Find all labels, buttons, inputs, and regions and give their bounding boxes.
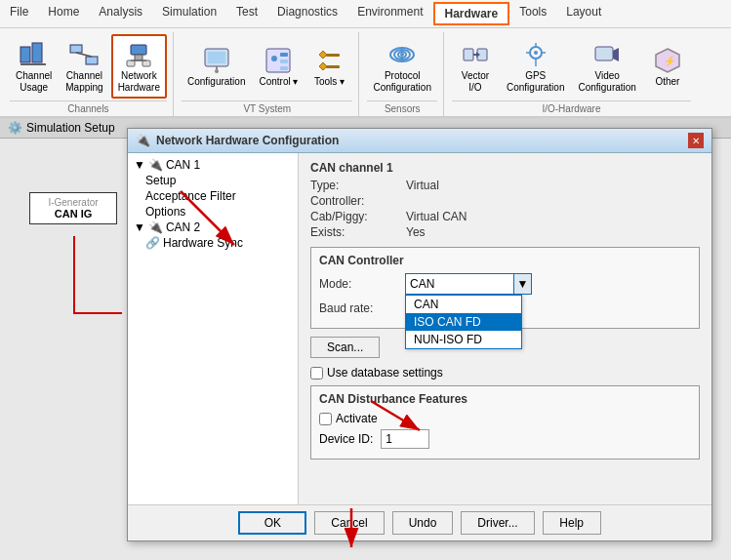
svg-rect-8 [127, 60, 135, 66]
menu-file[interactable]: File [0, 2, 38, 25]
channel-usage-button[interactable]: ChannelUsage [10, 35, 58, 98]
option-iso-can-fd[interactable]: ISO CAN FD [406, 313, 521, 331]
option-nun-iso-fd[interactable]: NUN-ISO FD [406, 331, 521, 348]
svg-rect-6 [131, 45, 146, 55]
menu-layout[interactable]: Layout [556, 2, 611, 25]
controller-value [406, 194, 700, 208]
menu-hardware[interactable]: Hardware [433, 2, 510, 25]
svg-rect-37 [595, 47, 613, 60]
menu-tools[interactable]: Tools [509, 2, 556, 25]
tree-item-can2[interactable]: ▼🔌CAN 2 [132, 220, 294, 235]
undo-button[interactable]: Undo [392, 511, 454, 535]
tree-item-acceptance[interactable]: Acceptance Filter [143, 188, 294, 204]
svg-marker-38 [613, 48, 619, 61]
svg-rect-20 [280, 66, 288, 70]
exists-label: Exists: [310, 225, 398, 239]
svg-rect-9 [142, 60, 150, 66]
ribbon: ChannelUsage ChannelMapping [0, 28, 731, 118]
controller-label: Controller: [310, 194, 398, 208]
option-can[interactable]: CAN [406, 296, 521, 313]
ok-button[interactable]: OK [238, 511, 306, 535]
ribbon-group-vtsystem: Configuration Control ▾ Tools ▾ VT Syste… [176, 32, 360, 116]
gps-config-icon [520, 39, 551, 70]
mode-dropdown-arrow[interactable]: ▼ [513, 274, 531, 294]
dialog-body: ▼🔌CAN 1 Setup Acceptance Filter Options … [128, 153, 711, 504]
use-db-checkbox[interactable] [310, 367, 323, 380]
channel-mapping-label: ChannelMapping [65, 70, 102, 94]
vector-io-label: VectorI/O [462, 70, 489, 94]
protocol-config-icon [386, 39, 418, 70]
ribbon-group-channels: ChannelUsage ChannelMapping [4, 32, 174, 116]
tree-panel: ▼🔌CAN 1 Setup Acceptance Filter Options … [128, 153, 299, 504]
menu-analysis[interactable]: Analysis [89, 2, 152, 25]
network-hardware-icon [123, 39, 154, 70]
network-hardware-dialog[interactable]: 🔌 Network Hardware Configuration ✕ ▼🔌CAN… [127, 128, 712, 541]
tree-item-hardware-sync[interactable]: 🔗Hardware Sync [143, 235, 294, 251]
protocol-config-button[interactable]: ProtocolConfiguration [367, 35, 436, 98]
scan-button[interactable]: Scan... [310, 337, 380, 358]
mode-dropdown-menu: CAN ISO CAN FD NUN-ISO FD [405, 295, 522, 349]
other-label: Other [655, 76, 679, 88]
gps-config-label: GPSConfiguration [507, 70, 564, 94]
network-hardware-button[interactable]: NetworkHardware [111, 34, 167, 99]
activate-label: Activate [336, 412, 378, 425]
menu-test[interactable]: Test [226, 2, 267, 25]
mode-row: Mode: CAN ▼ CAN ISO CAN FD [319, 273, 691, 295]
svg-point-17 [271, 56, 277, 61]
menu-environment[interactable]: Environment [347, 2, 432, 25]
control-button[interactable]: Control ▾ [253, 41, 304, 92]
help-button[interactable]: Help [543, 511, 601, 535]
configuration-label: Configuration [187, 76, 245, 88]
tools-vt-icon [313, 45, 345, 76]
gps-config-button[interactable]: GPSConfiguration [501, 35, 570, 98]
tools-vt-label: Tools ▾ [314, 76, 345, 88]
tree-item-setup[interactable]: Setup [143, 173, 294, 188]
dialog-footer: OK Cancel Undo Driver... Help [128, 504, 711, 540]
svg-rect-13 [208, 52, 225, 63]
cancel-button[interactable]: Cancel [314, 511, 384, 535]
menu-diagnostics[interactable]: Diagnostics [267, 2, 347, 25]
io-hardware-buttons: VectorI/O GPSConfiguration VideoConfigur… [452, 34, 691, 99]
svg-rect-27 [464, 49, 473, 60]
dialog-title-icon: 🔌 [136, 134, 150, 147]
device-id-label: Device ID: [319, 432, 373, 446]
device-id-input[interactable] [381, 429, 429, 449]
channel-info-title: CAN channel 1 [310, 161, 700, 175]
svg-rect-18 [280, 53, 288, 57]
driver-button[interactable]: Driver... [461, 511, 534, 535]
menu-simulation[interactable]: Simulation [152, 2, 226, 25]
activate-checkbox[interactable] [319, 413, 332, 425]
dialog-titlebar: 🔌 Network Hardware Configuration ✕ [128, 129, 711, 153]
video-config-button[interactable]: VideoConfiguration [572, 35, 641, 98]
sensors-group-label: Sensors [367, 100, 436, 114]
tree-indent-can2: 🔗Hardware Sync [132, 235, 294, 251]
mode-dropdown-value: CAN [406, 276, 513, 292]
cab-piggy-label: Cab/Piggy: [310, 210, 398, 223]
device-id-row: Device ID: [319, 429, 691, 449]
channel-mapping-button[interactable]: ChannelMapping [60, 35, 108, 98]
dialog-close-button[interactable]: ✕ [688, 133, 704, 148]
svg-line-5 [76, 53, 92, 57]
other-button[interactable]: ⚡ Other [644, 41, 691, 92]
network-hardware-label: NetworkHardware [118, 70, 160, 94]
vector-io-button[interactable]: VectorI/O [452, 35, 499, 98]
tools-vt-button[interactable]: Tools ▾ [305, 41, 352, 92]
type-value: Virtual [406, 179, 700, 192]
svg-point-14 [215, 69, 219, 73]
svg-rect-19 [280, 60, 288, 63]
ribbon-group-io-hardware: VectorI/O GPSConfiguration VideoConfigur… [446, 32, 697, 116]
tree-item-options[interactable]: Options [143, 204, 294, 220]
main-area: ⚙️ Simulation Setup I-Generator CAN IG 🔌… [0, 118, 731, 560]
menu-bar: File Home Analysis Simulation Test Diagn… [0, 0, 731, 28]
menu-home[interactable]: Home [38, 2, 89, 25]
control-icon [263, 45, 294, 76]
tree-indent-setup: Setup Acceptance Filter Options [132, 173, 294, 220]
mode-dropdown[interactable]: CAN ▼ [405, 273, 532, 295]
can-controller-section: CAN Controller Mode: CAN ▼ [310, 247, 700, 329]
svg-point-26 [400, 53, 404, 57]
channels-group-label: Channels [10, 100, 167, 114]
svg-rect-1 [32, 43, 42, 62]
configuration-button[interactable]: Configuration [182, 41, 251, 92]
mode-dropdown-container: CAN ▼ CAN ISO CAN FD NUN-ISO FD [405, 273, 532, 295]
tree-item-can1[interactable]: ▼🔌CAN 1 [132, 157, 294, 173]
